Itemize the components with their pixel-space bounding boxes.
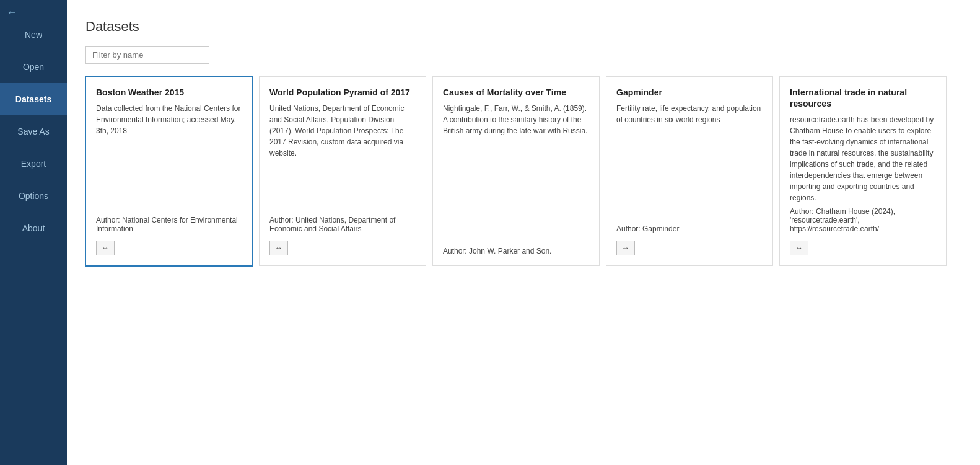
sidebar-item-datasets[interactable]: Datasets [0, 83, 67, 115]
link-icon: ↔ [102, 244, 109, 252]
dataset-card-gapminder[interactable]: GapminderFertility rate, life expectancy… [606, 76, 773, 266]
card-description: Nightingale, F., Farr, W., & Smith, A. (… [443, 103, 589, 243]
card-author: Author: Gapminder [616, 224, 763, 233]
main-content: Datasets Boston Weather 2015Data collect… [67, 0, 980, 465]
back-icon[interactable]: ← [6, 6, 17, 19]
filter-input[interactable] [85, 46, 209, 64]
card-link-button[interactable]: ↔ [269, 241, 288, 255]
card-link-button[interactable]: ↔ [96, 241, 115, 255]
card-description: United Nations, Department of Economic a… [269, 103, 416, 212]
page-title: Datasets [85, 19, 961, 35]
sidebar-item-new[interactable]: New [0, 19, 67, 51]
card-description: Data collected from the National Centers… [96, 103, 242, 212]
card-author: Author: United Nations, Department of Ec… [269, 216, 416, 233]
card-link-button[interactable]: ↔ [616, 241, 635, 255]
card-link-button[interactable]: ↔ [790, 241, 808, 255]
sidebar-item-open[interactable]: Open [0, 51, 67, 83]
cards-grid: Boston Weather 2015Data collected from t… [85, 76, 961, 272]
card-author: Author: Chatham House (2024), 'resourcet… [790, 207, 936, 233]
sidebar: ← NewOpenDatasetsSave AsExportOptionsAbo… [0, 0, 67, 465]
sidebar-item-about[interactable]: About [0, 212, 67, 244]
link-icon: ↔ [275, 244, 282, 252]
dataset-card-boston-weather[interactable]: Boston Weather 2015Data collected from t… [85, 76, 253, 266]
sidebar-nav: NewOpenDatasetsSave AsExportOptionsAbout [0, 19, 67, 244]
dataset-card-international-trade[interactable]: International trade in natural resources… [779, 76, 947, 266]
card-title: International trade in natural resources [790, 87, 936, 109]
link-icon: ↔ [622, 244, 629, 252]
card-title: Gapminder [616, 87, 763, 98]
card-description: resourcetrade.earth has been developed b… [790, 114, 936, 203]
card-title: Causes of Mortality over Time [443, 87, 589, 98]
card-author: Author: John W. Parker and Son. [443, 247, 589, 255]
card-title: Boston Weather 2015 [96, 87, 242, 98]
link-icon: ↔ [795, 244, 803, 252]
dataset-card-world-population[interactable]: World Population Pyramid of 2017United N… [259, 76, 426, 266]
card-author: Author: National Centers for Environment… [96, 216, 242, 233]
card-title: World Population Pyramid of 2017 [269, 87, 416, 98]
sidebar-item-options[interactable]: Options [0, 180, 67, 212]
card-description: Fertility rate, life expectancy, and pop… [616, 103, 763, 221]
sidebar-item-save-as[interactable]: Save As [0, 115, 67, 148]
sidebar-item-export[interactable]: Export [0, 148, 67, 180]
dataset-card-causes-mortality[interactable]: Causes of Mortality over TimeNightingale… [432, 76, 600, 266]
